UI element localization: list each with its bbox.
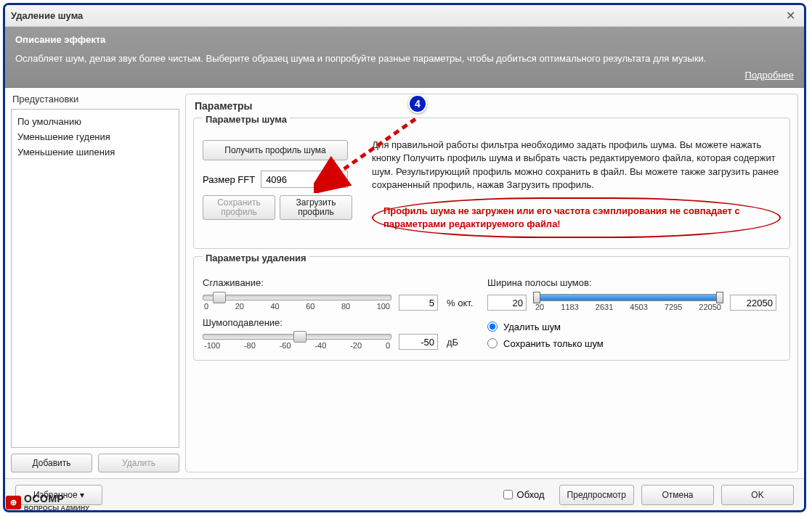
annotation-number-badge: 4 — [408, 94, 427, 113]
smoothing-slider[interactable]: 0 20 40 60 80 100 — [203, 295, 391, 311]
description-panel: Описание эффекта Ослабляет шум, делая зв… — [5, 27, 804, 88]
description-heading: Описание эффекта — [15, 34, 794, 45]
parameters-column: Параметры Параметры шума Получить профил… — [185, 94, 798, 472]
preset-item[interactable]: Уменьшение шипения — [17, 144, 173, 160]
preset-item[interactable]: По умолчанию — [17, 114, 173, 129]
parameters-heading: Параметры — [193, 100, 790, 112]
load-profile-button[interactable]: Загрузить профиль — [280, 195, 352, 220]
get-noise-profile-button[interactable]: Получить профиль шума — [203, 140, 348, 160]
band-high-input[interactable] — [730, 295, 776, 311]
reduce-slider[interactable]: -100 -80 -60 -40 -20 0 — [203, 334, 391, 350]
presets-list[interactable]: По умолчанию Уменьшение гудения Уменьшен… — [11, 109, 179, 448]
presets-column: Предустановки По умолчанию Уменьшение гу… — [11, 94, 179, 472]
noise-warning-text: Профиль шума не загружен или его частота… — [383, 205, 769, 231]
removal-params-fieldset: Параметры удаления Сглаживание: Ширина п… — [193, 256, 790, 361]
watermark-text: OCOMP — [24, 493, 89, 504]
preview-button[interactable]: Предпросмотр — [559, 485, 634, 505]
bypass-checkbox[interactable]: Обход — [503, 489, 545, 500]
dialog-window: Удаление шума ✕ Описание эффекта Ослабля… — [3, 3, 806, 512]
presets-label: Предустановки — [11, 94, 179, 105]
fft-size-label: Размер FFT — [203, 174, 255, 185]
noise-params-title: Параметры шума — [203, 114, 290, 125]
description-text: Ослабляет шум, делая звук более чистым. … — [15, 52, 794, 65]
band-label: Ширина полосы шумов: — [487, 277, 781, 288]
ok-button[interactable]: OK — [721, 485, 794, 505]
smoothing-label: Сглаживание: — [203, 277, 480, 288]
reduce-input[interactable] — [399, 334, 438, 350]
more-link[interactable]: Подробнее — [745, 70, 794, 81]
fft-size-select[interactable]: 4096 — [261, 171, 348, 188]
radio-remove-noise[interactable]: Удалить шум — [487, 322, 781, 332]
removal-params-title: Параметры удаления — [203, 253, 309, 263]
close-icon[interactable]: ✕ — [783, 9, 798, 22]
titlebar: Удаление шума ✕ — [5, 5, 804, 27]
watermark-sub: ВОПРОСЫ АДМИНУ — [24, 504, 89, 512]
band-low-input[interactable] — [487, 295, 527, 311]
reduce-unit: дБ — [447, 337, 480, 348]
smoothing-input[interactable] — [399, 295, 438, 311]
reduce-label: Шумоподавление: — [203, 317, 480, 328]
noise-info-text: Для правильной работы фильтра необходимо… — [372, 139, 781, 192]
body-area: Предустановки По умолчанию Уменьшение гу… — [5, 88, 804, 478]
remove-preset-button[interactable]: Удалить — [98, 454, 179, 472]
noise-params-fieldset: Параметры шума Получить профиль шума Раз… — [193, 118, 790, 249]
watermark-badge-icon: ⊕ — [6, 496, 21, 509]
footer: Избранное ▾ Обход Предпросмотр Отмена OK — [5, 478, 804, 510]
smoothing-unit: % окт. — [447, 298, 480, 308]
cancel-button[interactable]: Отмена — [641, 485, 714, 505]
radio-keep-noise[interactable]: Сохранить только шум — [487, 338, 781, 349]
preset-item[interactable]: Уменьшение гудения — [17, 129, 173, 144]
add-preset-button[interactable]: Добавить — [11, 454, 92, 472]
watermark: ⊕ OCOMP ВОПРОСЫ АДМИНУ — [6, 493, 89, 512]
warning-ellipse: Профиль шума не загружен или его частота… — [372, 197, 781, 238]
save-profile-button[interactable]: Сохранить профиль — [203, 195, 275, 220]
window-title: Удаление шума — [11, 10, 83, 21]
band-slider[interactable]: 20 1183 2631 4503 7295 22050 — [534, 294, 723, 311]
